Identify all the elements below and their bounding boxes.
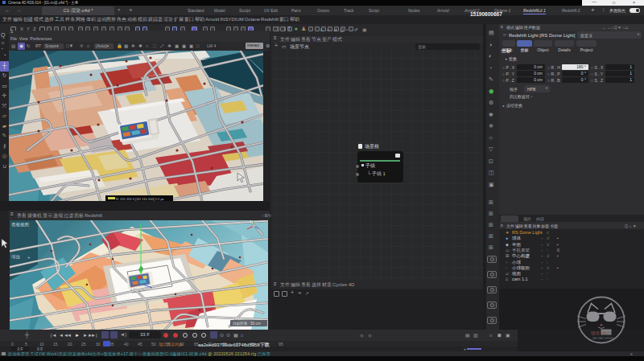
svg-text:+: + <box>27 255 31 260</box>
svg-text:设计: 设计 <box>602 330 612 335</box>
svg-text:透视视图: 透视视图 <box>11 222 29 228</box>
svg-text:骚猫: 骚猫 <box>591 330 601 336</box>
svg-text:—: — <box>53 311 58 316</box>
svg-text:SAO MAO DESIGN: SAO MAO DESIGN <box>592 337 613 340</box>
svg-text:缩放: 缩放 <box>11 254 21 260</box>
